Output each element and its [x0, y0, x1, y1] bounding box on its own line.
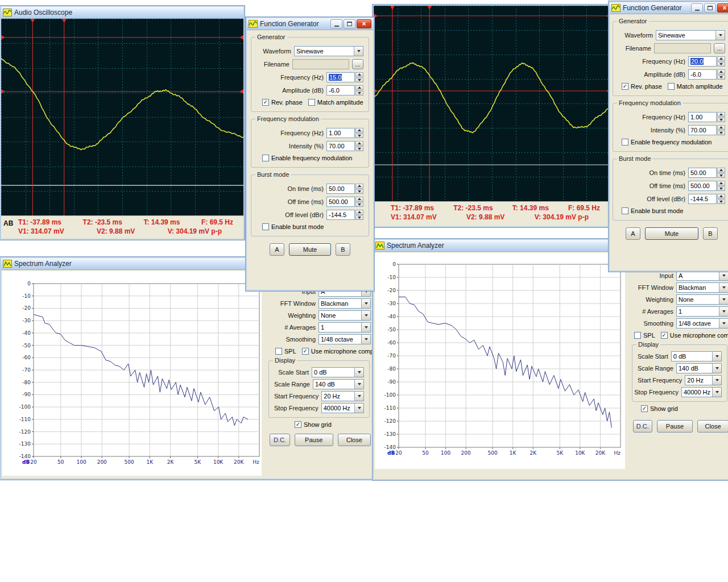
dc-button[interactable]: D.C.	[270, 434, 290, 446]
fm-frequency-spinbox[interactable]: 1.00	[688, 112, 725, 122]
scale-range-select[interactable]: 140 dB	[676, 363, 722, 373]
mute-button[interactable]: Mute	[645, 227, 698, 240]
frequency-input[interactable]: 20.0	[688, 56, 717, 66]
channel-b-button[interactable]: B	[703, 227, 718, 240]
enable-fm-checkbox[interactable]	[262, 155, 269, 161]
scale-range-select[interactable]: 140 dB	[313, 379, 364, 389]
match-amplitude-checkbox[interactable]	[668, 83, 675, 90]
averages-select[interactable]: 1	[318, 322, 371, 332]
rev-phase-checkbox[interactable]	[622, 83, 628, 90]
pause-button[interactable]: Pause	[657, 420, 693, 433]
show-grid-checkbox[interactable]	[295, 421, 301, 428]
spin-up-button[interactable]	[355, 85, 363, 90]
waveform-select[interactable]: Sinewave	[656, 30, 725, 40]
fm-frequency-spinbox[interactable]: 1.00	[326, 128, 363, 138]
spin-down-button[interactable]	[355, 134, 363, 139]
spin-down-button[interactable]	[717, 75, 725, 80]
spl-checkbox[interactable]	[275, 348, 282, 355]
spin-down-button[interactable]	[717, 173, 725, 178]
spin-up-button[interactable]	[355, 128, 363, 133]
frequency-input[interactable]: 15.0	[326, 72, 355, 82]
titlebar[interactable]: Audio Oscilloscope	[1, 7, 243, 19]
spin-up-button[interactable]	[717, 168, 725, 173]
start-frequency-select[interactable]: 20 Hz	[321, 391, 364, 401]
titlebar[interactable]: Function Generator ×	[247, 18, 373, 30]
off-time-spinbox[interactable]: 500.00	[688, 181, 725, 191]
spin-up-button[interactable]	[717, 112, 725, 117]
enable-fm-checkbox[interactable]	[622, 139, 628, 146]
spin-up-button[interactable]	[717, 181, 725, 186]
pause-button[interactable]: Pause	[295, 434, 333, 446]
scale-start-select[interactable]: 0 dB	[312, 367, 364, 377]
frequency-spinbox[interactable]: 20.0	[688, 56, 725, 66]
channel-a-button[interactable]: A	[270, 243, 284, 256]
chevron-down-icon[interactable]	[719, 271, 728, 280]
spin-down-button[interactable]	[717, 186, 725, 192]
spin-down-button[interactable]	[717, 62, 725, 67]
chevron-down-icon[interactable]	[361, 335, 370, 344]
off-level-input[interactable]: -144.5	[688, 194, 717, 204]
waveform-select[interactable]: Sinewave	[294, 46, 363, 56]
chevron-down-icon[interactable]	[361, 299, 370, 308]
spin-up-button[interactable]	[717, 125, 725, 130]
spin-up-button[interactable]	[717, 194, 725, 199]
smoothing-select[interactable]: 1/48 octave	[318, 334, 371, 344]
spin-up-button[interactable]	[355, 197, 363, 202]
spin-down-button[interactable]	[717, 118, 725, 123]
weighting-select[interactable]: None	[676, 294, 728, 305]
spin-up-button[interactable]	[717, 69, 725, 74]
spin-down-button[interactable]	[355, 91, 363, 96]
amplitude-spinbox[interactable]: -6.0	[326, 85, 363, 95]
spin-down-button[interactable]	[717, 131, 725, 136]
start-frequency-select[interactable]: 20 Hz	[685, 375, 722, 385]
chevron-down-icon[interactable]	[719, 319, 728, 328]
averages-select[interactable]: 1	[676, 306, 728, 317]
chevron-down-icon[interactable]	[715, 31, 725, 40]
mute-button[interactable]: Mute	[289, 243, 331, 256]
spin-down-button[interactable]	[355, 215, 363, 221]
close-button[interactable]: ×	[357, 19, 371, 28]
chevron-down-icon[interactable]	[712, 364, 721, 373]
on-time-spinbox[interactable]: 50.00	[688, 168, 725, 178]
spin-up-button[interactable]	[355, 141, 363, 146]
off-time-input[interactable]: 500.00	[326, 197, 355, 207]
rev-phase-checkbox[interactable]	[262, 99, 269, 106]
fm-frequency-input[interactable]: 1.00	[688, 112, 717, 122]
spin-down-button[interactable]	[717, 199, 725, 205]
close-button[interactable]: ×	[717, 3, 728, 13]
spin-down-button[interactable]	[355, 78, 363, 83]
dc-button[interactable]: D.C.	[633, 420, 652, 433]
input-select[interactable]: A	[676, 271, 728, 281]
show-grid-checkbox[interactable]	[641, 405, 648, 412]
mic-comp-checkbox[interactable]	[661, 332, 668, 339]
fm-intensity-spinbox[interactable]: 70.00	[688, 125, 725, 135]
chevron-down-icon[interactable]	[354, 404, 363, 413]
chevron-down-icon[interactable]	[712, 388, 721, 397]
browse-button[interactable]: ...	[714, 43, 725, 53]
fm-intensity-input[interactable]: 70.00	[688, 125, 717, 135]
on-time-input[interactable]: 50.00	[688, 168, 717, 178]
enable-burst-checkbox[interactable]	[622, 207, 628, 214]
chevron-down-icon[interactable]	[361, 311, 370, 320]
chevron-down-icon[interactable]	[354, 380, 363, 389]
chevron-down-icon[interactable]	[719, 283, 728, 292]
frequency-spinbox[interactable]: 15.0	[326, 72, 363, 82]
amplitude-input[interactable]: -6.0	[688, 69, 717, 80]
minimize-button[interactable]	[330, 19, 342, 28]
fm-intensity-spinbox[interactable]: 70.00	[326, 141, 363, 151]
chevron-down-icon[interactable]	[354, 368, 363, 377]
fft-window-select[interactable]: Blackman	[318, 298, 371, 309]
stop-frequency-select[interactable]: 40000 Hz	[681, 387, 722, 397]
spl-checkbox[interactable]	[634, 332, 641, 339]
maximize-button[interactable]	[344, 19, 355, 28]
chevron-down-icon[interactable]	[354, 392, 363, 401]
enable-burst-checkbox[interactable]	[262, 223, 269, 230]
chevron-down-icon[interactable]	[719, 307, 728, 316]
channel-a-button[interactable]: A	[626, 227, 640, 240]
amplitude-spinbox[interactable]: -6.0	[688, 69, 725, 80]
smoothing-select[interactable]: 1/48 octave	[676, 318, 728, 329]
chevron-down-icon[interactable]	[361, 323, 370, 332]
amplitude-input[interactable]: -6.0	[326, 85, 355, 95]
close-button[interactable]: Close	[338, 434, 371, 446]
spin-down-button[interactable]	[355, 147, 363, 152]
